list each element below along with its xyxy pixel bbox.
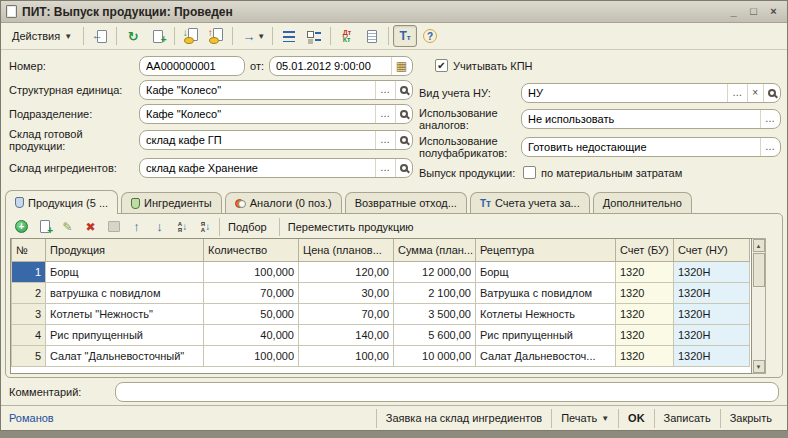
table-cell[interactable]: Рис припущенный <box>46 324 204 345</box>
ingredients-request-button[interactable]: Заявка на склад ингредиентов <box>376 409 551 428</box>
row-number-cell[interactable]: 1 <box>12 261 46 282</box>
scroll-up-icon[interactable]: ▲ <box>753 239 765 252</box>
ok-button[interactable]: OK <box>618 409 654 428</box>
table-cell[interactable]: Борщ <box>46 261 204 282</box>
post-document-button[interactable]: ↓ <box>179 25 203 47</box>
table-row[interactable]: 1Борщ100,000120,0012 000,00Борщ13201320Н <box>12 261 750 282</box>
table-cell[interactable]: 30,00 <box>299 282 394 303</box>
table-cell[interactable]: 120,00 <box>299 261 394 282</box>
move-row-up-button[interactable]: ↑ <box>127 218 146 236</box>
department-input[interactable] <box>140 106 375 122</box>
table-cell[interactable]: 1320Н <box>674 282 750 303</box>
document-list-button[interactable] <box>277 25 301 47</box>
table-cell[interactable]: 1320 <box>616 324 674 345</box>
report-button[interactable] <box>360 25 384 47</box>
table-cell[interactable]: Котлеты Нежность <box>476 303 616 324</box>
table-cell[interactable]: 40,000 <box>204 324 299 345</box>
lookup-button[interactable] <box>395 131 412 149</box>
edit-row-button[interactable]: ✎ <box>58 218 77 236</box>
table-cell[interactable]: 1320 <box>616 282 674 303</box>
select-button[interactable]: … <box>375 159 395 177</box>
structural-unit-field[interactable]: … <box>139 80 413 100</box>
number-input[interactable] <box>140 58 244 74</box>
save-button[interactable]: Записать <box>654 409 720 428</box>
row-number-cell[interactable]: 3 <box>12 303 46 324</box>
column-header-product[interactable]: Продукция <box>46 239 204 261</box>
ingredients-warehouse-input[interactable] <box>140 160 375 176</box>
select-button[interactable]: … <box>375 81 395 99</box>
select-button[interactable]: … <box>760 110 780 128</box>
table-cell[interactable]: 1320Н <box>674 324 750 345</box>
semifinished-field[interactable]: … <box>521 137 781 157</box>
material-costs-checkbox-row[interactable]: по материальным затратам <box>523 166 682 179</box>
move-products-button[interactable]: Переместить продукцию <box>279 218 422 236</box>
semifinished-input[interactable] <box>522 139 760 155</box>
close-button[interactable]: × <box>765 4 782 19</box>
select-button[interactable]: … <box>727 84 747 102</box>
actions-menu-button[interactable]: Действия ▼ <box>5 25 79 47</box>
row-number-cell[interactable]: 2 <box>12 282 46 303</box>
tab-analogs[interactable]: Аналоги (0 поз.) <box>225 192 342 213</box>
table-cell[interactable]: 70,00 <box>299 303 394 324</box>
column-header-account-bu[interactable]: Счет (БУ) <box>616 239 674 261</box>
title-bar[interactable]: ПИТ: Выпуск продукции: Проведен _ □ × <box>1 1 787 23</box>
row-number-cell[interactable]: 4 <box>12 324 46 345</box>
structural-unit-input[interactable] <box>140 82 375 98</box>
posting-mode-button[interactable]: Тт <box>393 25 417 47</box>
author-link[interactable]: Романов <box>7 412 54 424</box>
table-cell[interactable]: 140,00 <box>299 324 394 345</box>
kpn-checkbox-row[interactable]: Учитывать КПН <box>435 59 533 72</box>
column-header-sum[interactable]: Сумма (план... <box>394 239 476 261</box>
tab-accounts[interactable]: Тт Счета учета за... <box>470 192 590 213</box>
analogs-input[interactable] <box>522 111 760 127</box>
comment-input[interactable] <box>116 384 778 400</box>
sort-ascending-button[interactable]: АЯ↓ <box>173 218 192 236</box>
lookup-button[interactable] <box>763 84 780 102</box>
column-header-number[interactable]: № <box>12 239 46 261</box>
add-row-button[interactable]: + <box>12 218 31 236</box>
subordination-structure-button[interactable] <box>302 25 326 47</box>
sort-descending-button[interactable]: ЯА↓ <box>196 218 215 236</box>
table-cell[interactable]: 1320 <box>616 345 674 366</box>
pick-button[interactable]: Подбор <box>219 218 275 236</box>
table-cell[interactable]: 12 000,00 <box>394 261 476 282</box>
kpn-checkbox[interactable] <box>435 59 448 72</box>
finished-goods-warehouse-input[interactable] <box>140 132 375 148</box>
date-input[interactable] <box>270 58 391 74</box>
copy-row-button[interactable]: + <box>35 218 54 236</box>
table-cell[interactable]: 5 600,00 <box>394 324 476 345</box>
vertical-scrollbar[interactable]: ▲ ▼ <box>752 238 766 374</box>
tab-ingredients[interactable]: Ингредиенты <box>121 192 222 213</box>
date-field[interactable]: ▦ <box>269 56 413 76</box>
analogs-field[interactable]: … <box>521 109 781 129</box>
column-header-recipe[interactable]: Рецептура <box>476 239 616 261</box>
column-header-account-nu[interactable]: Счет (НУ) <box>674 239 750 261</box>
help-button[interactable]: ? <box>418 25 442 47</box>
calendar-button[interactable]: ▦ <box>391 57 412 75</box>
print-button[interactable]: Печать ▼ <box>551 409 618 428</box>
table-cell[interactable]: 2 100,00 <box>394 282 476 303</box>
select-button[interactable]: … <box>375 105 395 123</box>
table-cell[interactable]: 50,000 <box>204 303 299 324</box>
lookup-button[interactable] <box>395 81 412 99</box>
delete-row-button[interactable]: ✖ <box>81 218 100 236</box>
table-cell[interactable]: Рис припущенный <box>476 324 616 345</box>
table-row[interactable]: 2ватрушка с повидлом70,00030,002 100,00В… <box>12 282 750 303</box>
tab-additional[interactable]: Дополнительно <box>593 192 692 213</box>
table-cell[interactable]: Ватрушка с повидлом <box>476 282 616 303</box>
table-cell[interactable]: 1320 <box>616 261 674 282</box>
ingredients-warehouse-field[interactable]: … <box>139 158 413 178</box>
select-button[interactable]: … <box>760 138 780 156</box>
close-form-button[interactable]: Закрыть <box>720 409 781 428</box>
table-row[interactable]: 4Рис припущенный40,000140,005 600,00Рис … <box>12 324 750 345</box>
comment-field[interactable] <box>115 382 779 402</box>
scroll-down-icon[interactable]: ▼ <box>753 360 765 373</box>
table-cell[interactable]: 100,000 <box>204 261 299 282</box>
table-cell[interactable]: 100,00 <box>299 345 394 366</box>
table-cell[interactable]: Борщ <box>476 261 616 282</box>
select-button[interactable]: … <box>375 131 395 149</box>
table-cell[interactable]: Котлеты "Нежность" <box>46 303 204 324</box>
postings-button[interactable]: ДтКт <box>335 25 359 47</box>
finished-goods-warehouse-field[interactable]: … <box>139 130 413 150</box>
minimize-button[interactable]: _ <box>725 4 742 19</box>
